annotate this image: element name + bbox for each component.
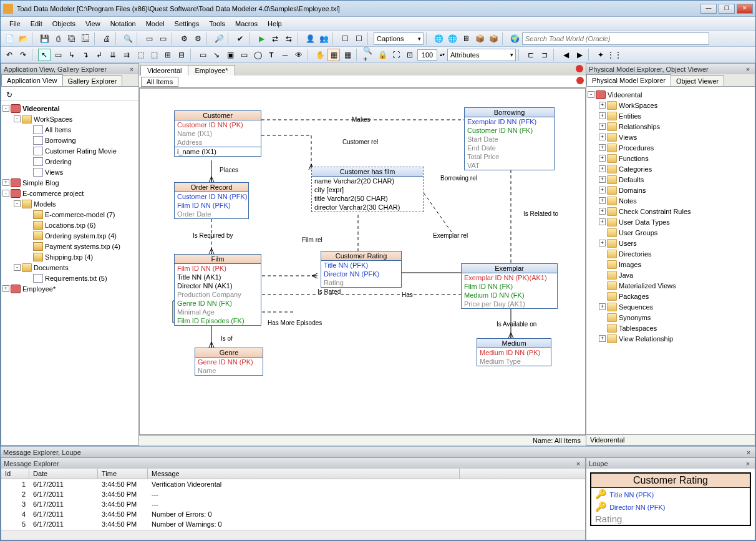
tree-item[interactable]: -Documents <box>2 262 137 273</box>
rel5-icon[interactable]: ⇉ <box>120 49 133 61</box>
tree-item[interactable]: Materialized Views <box>588 280 754 291</box>
align2-icon[interactable]: ⊐ <box>538 49 551 61</box>
left-tree[interactable]: -Videorental-WorkSpacesAll ItemsBorrowin… <box>1 100 138 445</box>
ellipse-icon[interactable]: ◯ <box>251 49 264 61</box>
tree-item[interactable]: +Defaults <box>588 174 754 185</box>
tree-item[interactable]: -WorkSpaces <box>2 114 137 124</box>
msg-row[interactable]: 56/17/20113:44:50 PMNumber of Warnings: … <box>1 519 585 529</box>
tree-item[interactable]: +Relationships <box>588 121 754 132</box>
rel2-icon[interactable]: ↴ <box>79 49 92 61</box>
expand-icon[interactable]: + <box>599 218 606 225</box>
expand-icon[interactable]: - <box>14 200 21 207</box>
entity-exemplar[interactable]: ExemplarExemplar ID NN (PK)(AK1)Film ID … <box>461 263 558 309</box>
pkg-icon[interactable]: 📦 <box>473 32 486 45</box>
loupe-close-icon[interactable]: × <box>744 460 752 467</box>
note-icon[interactable]: ▭ <box>196 49 209 61</box>
nav2-icon[interactable]: ▶ <box>573 49 586 61</box>
find-icon[interactable]: 🔎 <box>213 32 225 45</box>
expand-icon[interactable]: + <box>599 112 606 119</box>
check-icon[interactable]: ✔ <box>234 32 246 45</box>
tree-item[interactable]: +Employee* <box>2 283 137 294</box>
expand-icon[interactable]: + <box>2 285 9 292</box>
tree-item[interactable]: Ordering <box>2 156 137 167</box>
tree-item[interactable]: E-commerce-model (7) <box>2 209 137 220</box>
menu-edit[interactable]: Edit <box>27 19 46 29</box>
entity-genre[interactable]: GenreGenre ID NN (PK)Name <box>195 348 263 376</box>
tree-item[interactable]: -Videorental <box>588 89 754 100</box>
msg-scrollbar[interactable] <box>1 530 585 540</box>
msg-col[interactable]: Date <box>29 469 98 479</box>
tree-item[interactable]: Packages <box>588 291 754 301</box>
users-icon[interactable]: 👥 <box>317 32 330 45</box>
world3-icon[interactable]: 🌍 <box>508 32 521 45</box>
print-icon[interactable]: 🖨 <box>100 32 113 45</box>
tree-item[interactable]: +Simple Blog <box>2 177 137 188</box>
msg-rows[interactable]: 16/17/20113:44:50 PMVerification Videore… <box>1 479 585 529</box>
rel8-icon[interactable]: ⊞ <box>162 49 174 61</box>
msg-row[interactable]: 16/17/20113:44:50 PMVerification Videore… <box>1 479 585 489</box>
tree-item[interactable]: +Sequences <box>588 301 754 312</box>
right-tree[interactable]: -Videorental+WorkSpaces+Entities+Relatio… <box>586 87 755 434</box>
align1-icon[interactable]: ⊏ <box>525 49 537 61</box>
tree-item[interactable]: All Items <box>2 124 137 135</box>
tree-item[interactable]: User Groups <box>588 227 754 238</box>
menu-tools[interactable]: Tools <box>205 19 229 29</box>
menu-macros[interactable]: Macros <box>231 19 261 29</box>
msg-row[interactable]: 46/17/20113:44:50 PMNumber of Errors: 0 <box>1 509 585 519</box>
expand-icon[interactable]: + <box>599 240 606 246</box>
expand-icon[interactable]: - <box>14 115 21 122</box>
expand-icon[interactable]: - <box>588 91 594 98</box>
entity-customer-has-film[interactable]: Customer has filmname Varchar2(20 CHAR)c… <box>311 167 424 212</box>
note2-icon[interactable]: ↘ <box>210 49 223 61</box>
expand-icon[interactable]: + <box>599 303 606 310</box>
tree-item[interactable]: +Entities <box>588 110 754 121</box>
refresh-icon[interactable]: ↻ <box>3 89 16 101</box>
zoomfit-icon[interactable]: ⛶ <box>390 49 402 61</box>
msg-close-icon[interactable]: × <box>574 460 583 467</box>
expand-icon[interactable]: + <box>599 155 606 162</box>
tree-item[interactable]: +Categories <box>588 163 754 174</box>
menu-model[interactable]: Model <box>142 19 168 29</box>
tab-object-viewer[interactable]: Object Viewer <box>671 76 724 86</box>
tree-item[interactable]: Payment systems.txp (4) <box>2 241 137 251</box>
expand-icon[interactable]: + <box>599 208 606 215</box>
menu-view[interactable]: View <box>82 19 104 29</box>
page1-icon[interactable]: ▭ <box>143 32 155 45</box>
expand-icon[interactable]: + <box>599 176 606 183</box>
entity-icon[interactable]: ▭ <box>52 49 64 61</box>
expand-icon[interactable]: + <box>599 187 606 193</box>
rel3-icon[interactable]: ↲ <box>93 49 105 61</box>
zoom100-icon[interactable]: ⊡ <box>404 49 416 61</box>
doc-tab-videorental[interactable]: Videorental <box>140 65 188 76</box>
tree-item[interactable]: +Notes <box>588 195 754 206</box>
tree-item[interactable]: Requirements.txt (5) <box>2 273 137 283</box>
expand-icon[interactable]: - <box>2 190 9 197</box>
menu-settings[interactable]: Settings <box>171 19 203 29</box>
maximize-button[interactable]: ❐ <box>719 4 735 14</box>
world-icon[interactable]: 🌐 <box>432 32 445 45</box>
run-icon[interactable]: ▶ <box>255 32 268 45</box>
entity-order-record[interactable]: Order RecordCustomer ID NN (PFK)Film ID … <box>174 182 249 219</box>
paste-icon[interactable]: ⿺ <box>79 32 92 45</box>
left-close-icon[interactable]: × <box>127 66 136 73</box>
search-input[interactable] <box>522 32 709 45</box>
tree-item[interactable]: Ordering system.txp (4) <box>2 230 137 241</box>
saveas-icon[interactable]: ⎙ <box>52 32 64 45</box>
sparkle-icon[interactable]: ✦ <box>594 49 607 61</box>
tree-item[interactable]: +Functions <box>588 153 754 163</box>
tree-item[interactable]: Tablespaces <box>588 323 754 333</box>
new-icon[interactable]: 📄 <box>3 32 16 45</box>
open-icon[interactable]: 📂 <box>17 32 29 45</box>
undo-icon[interactable]: ↶ <box>3 49 16 61</box>
zoom-spin-icon[interactable]: ▴▾ <box>439 49 446 61</box>
nav1-icon[interactable]: ◀ <box>560 49 572 61</box>
expand-icon[interactable]: + <box>599 123 606 130</box>
expand-icon[interactable]: + <box>599 197 606 204</box>
tree-item[interactable]: Views <box>2 167 137 177</box>
menu-help[interactable]: Help <box>264 19 286 29</box>
entity-film[interactable]: FilmFilm ID NN (PK)Title NN (AK1)Directo… <box>174 254 261 326</box>
msg-col[interactable]: Id <box>1 469 29 479</box>
tree-item[interactable]: Locations.txp (6) <box>2 220 137 230</box>
grid2-icon[interactable]: ▦ <box>341 49 354 61</box>
copy-icon[interactable]: ⿻ <box>65 32 78 45</box>
